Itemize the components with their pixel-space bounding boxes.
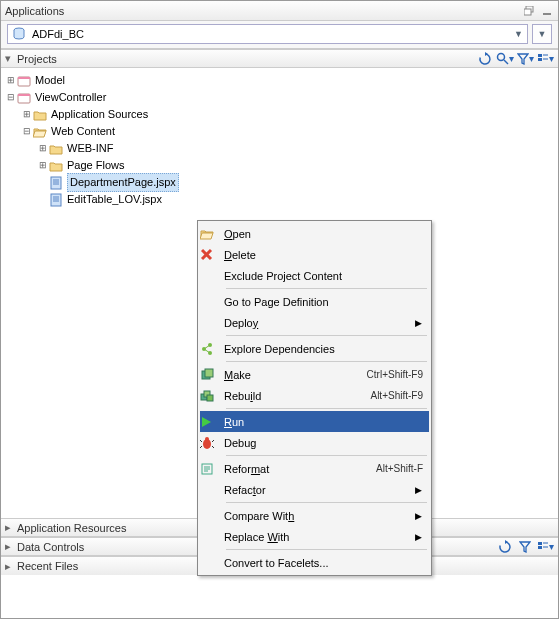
tree-label: Web Content xyxy=(51,123,115,140)
ctx-debug[interactable]: Debug xyxy=(200,432,429,453)
svg-line-28 xyxy=(204,349,210,353)
tree-node-edit-table[interactable]: · EditTable_LOV.jspx xyxy=(37,191,556,208)
reformat-icon xyxy=(200,462,224,476)
ctx-make[interactable]: Make Ctrl+Shift-F9 xyxy=(200,364,429,385)
expand-icon: ▸ xyxy=(5,521,17,534)
separator xyxy=(226,502,427,503)
project-selector-row: ADFdi_BC ▼ ▼ xyxy=(1,21,558,49)
ctx-label: Make xyxy=(224,369,367,381)
search-icon[interactable]: ▾ xyxy=(496,51,514,67)
options-icon[interactable]: ▾ xyxy=(536,51,554,67)
expand-icon: ▸ xyxy=(5,540,17,553)
tree-node-page-flows[interactable]: ⊞ Page Flows xyxy=(37,157,556,174)
projects-label: Projects xyxy=(17,53,476,65)
bug-icon xyxy=(200,436,224,450)
jspx-file-icon xyxy=(49,193,65,207)
ctx-label: Replace With xyxy=(224,531,413,543)
ctx-delete[interactable]: Delete xyxy=(200,244,429,265)
tree-node-viewcontroller[interactable]: ⊟ ViewController xyxy=(5,89,556,106)
rebuild-icon xyxy=(200,389,224,403)
ctx-refactor[interactable]: Refactor ▶ xyxy=(200,479,429,500)
shortcut: Alt+Shift-F9 xyxy=(370,390,423,401)
explore-icon xyxy=(200,342,224,356)
svg-rect-13 xyxy=(18,94,30,96)
projects-section-bar[interactable]: ▾ Projects ▾ ▾ ▾ xyxy=(1,49,558,68)
folder-icon xyxy=(49,160,65,172)
make-icon xyxy=(200,368,224,382)
project-icon xyxy=(17,91,33,105)
submenu-arrow-icon: ▶ xyxy=(413,318,423,328)
tree-node-web-inf[interactable]: ⊞ WEB-INF xyxy=(37,140,556,157)
ctx-compare[interactable]: Compare With ▶ xyxy=(200,505,429,526)
tree-node-department-page[interactable]: · DepartmentPage.jspx xyxy=(37,174,556,191)
ctx-rebuild[interactable]: Rebuild Alt+Shift-F9 xyxy=(200,385,429,406)
refresh-icon[interactable] xyxy=(496,539,514,555)
options-icon[interactable]: ▾ xyxy=(536,539,554,555)
ctx-run[interactable]: Run xyxy=(200,411,429,432)
filter-icon[interactable] xyxy=(516,539,534,555)
jspx-file-icon xyxy=(49,176,65,190)
projects-toolbar: ▾ ▾ ▾ xyxy=(476,51,554,67)
svg-rect-33 xyxy=(207,395,213,401)
ctx-label: Debug xyxy=(224,437,423,449)
expand-icon[interactable]: ⊞ xyxy=(5,72,17,89)
tree-label: Page Flows xyxy=(67,157,124,174)
ctx-label: Reformat xyxy=(224,463,376,475)
ctx-explore[interactable]: Explore Dependencies xyxy=(200,338,429,359)
minimize-icon[interactable] xyxy=(540,4,554,18)
svg-rect-18 xyxy=(51,194,61,206)
ctx-deploy[interactable]: Deploy ▶ xyxy=(200,312,429,333)
ctx-label: Deploy xyxy=(224,317,413,329)
ctx-label: Rebuild xyxy=(224,390,370,402)
run-icon xyxy=(200,416,224,428)
ctx-page-def[interactable]: Go to Page Definition xyxy=(200,291,429,312)
ctx-label: Convert to Facelets... xyxy=(224,557,423,569)
tree-label: Model xyxy=(35,72,65,89)
expand-icon[interactable]: ⊞ xyxy=(37,140,49,157)
svg-point-4 xyxy=(498,53,505,60)
refresh-icon[interactable] xyxy=(476,51,494,67)
ctx-label: Open xyxy=(224,228,423,240)
collapse-icon[interactable]: ⊟ xyxy=(5,89,17,106)
svg-rect-30 xyxy=(205,369,213,377)
svg-rect-11 xyxy=(18,77,30,79)
open-icon xyxy=(200,228,224,240)
separator xyxy=(226,455,427,456)
svg-point-35 xyxy=(205,437,209,441)
svg-line-38 xyxy=(200,446,202,448)
folder-open-icon xyxy=(33,126,49,138)
restore-icon[interactable] xyxy=(522,4,536,18)
ctx-facelets[interactable]: Convert to Facelets... xyxy=(200,552,429,573)
tree-node-web-content[interactable]: ⊟ Web Content xyxy=(21,123,556,140)
filter-icon[interactable]: ▾ xyxy=(516,51,534,67)
submenu-arrow-icon: ▶ xyxy=(413,532,423,542)
ctx-reformat[interactable]: Reformat Alt+Shift-F xyxy=(200,458,429,479)
svg-rect-1 xyxy=(524,9,531,15)
separator xyxy=(226,549,427,550)
svg-rect-44 xyxy=(538,542,542,545)
svg-line-5 xyxy=(504,60,508,64)
project-selector[interactable]: ADFdi_BC ▼ xyxy=(7,24,528,44)
tree-label: ViewController xyxy=(35,89,106,106)
project-menu-button[interactable]: ▼ xyxy=(532,24,552,44)
expand-icon[interactable]: ⊞ xyxy=(21,106,33,123)
collapse-icon[interactable]: ⊟ xyxy=(21,123,33,140)
ctx-label: Go to Page Definition xyxy=(224,296,423,308)
ctx-exclude[interactable]: Exclude Project Content xyxy=(200,265,429,286)
svg-line-39 xyxy=(212,446,214,448)
ctx-open[interactable]: Open xyxy=(200,223,429,244)
ctx-replace[interactable]: Replace With ▶ xyxy=(200,526,429,547)
expand-icon: ▸ xyxy=(5,560,17,573)
shortcut: Ctrl+Shift-F9 xyxy=(367,369,423,380)
separator xyxy=(226,335,427,336)
ctx-label: Refactor xyxy=(224,484,413,496)
tree-node-model[interactable]: ⊞ Model xyxy=(5,72,556,89)
ctx-label: Exclude Project Content xyxy=(224,270,423,282)
database-icon xyxy=(12,27,28,41)
folder-icon xyxy=(33,109,49,121)
ctx-label: Explore Dependencies xyxy=(224,343,423,355)
tree-node-app-sources[interactable]: ⊞ Application Sources xyxy=(21,106,556,123)
expand-icon[interactable]: ⊞ xyxy=(37,157,49,174)
svg-rect-7 xyxy=(538,58,542,61)
separator xyxy=(226,361,427,362)
